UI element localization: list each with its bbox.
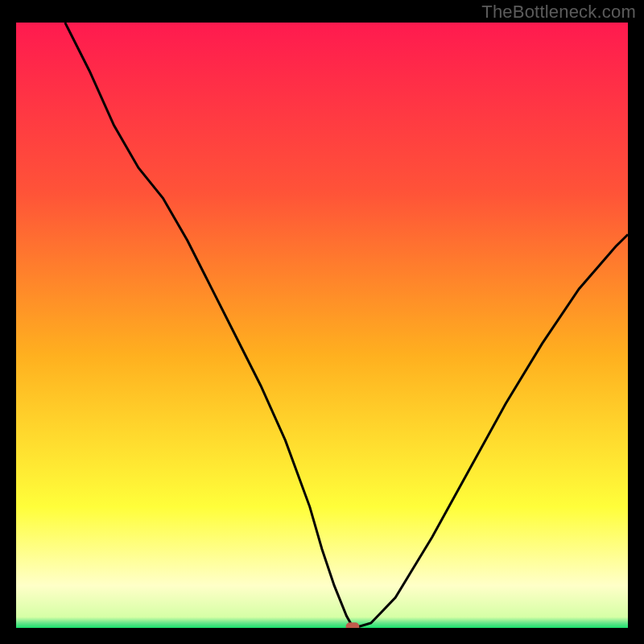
current-point-marker [346,622,360,628]
plot-area [16,23,628,628]
chart-root: TheBottleneck.com [0,0,644,644]
watermark-text: TheBottleneck.com [481,2,636,23]
chart-svg [16,23,628,628]
